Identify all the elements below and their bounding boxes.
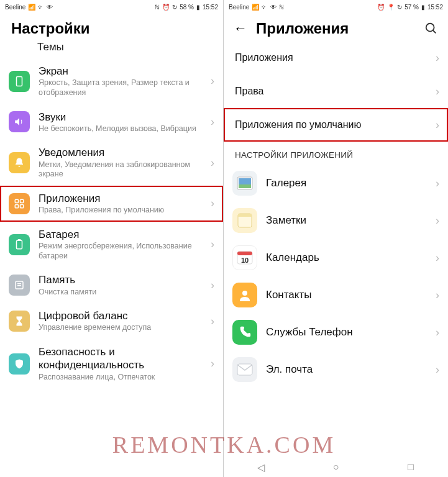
clock: 15:52: [203, 4, 218, 11]
row-title: Приложения: [39, 192, 207, 205]
phone-apps: Beeline 📶 ᯤ 👁 ℕ ⏰ 📍 ↻ 57 % ▮ 15:52 ← При…: [224, 0, 448, 477]
row-sounds[interactable]: Звуки Не беспокоить, Мелодия вызова, Виб…: [0, 104, 223, 140]
svg-rect-18: [237, 252, 252, 255]
battery-icon: ▮: [421, 4, 425, 11]
settings-header: Настройки: [0, 14, 223, 41]
row-themes-partial[interactable]: Темы: [0, 41, 223, 58]
row-title: Службы Телефон: [266, 325, 432, 338]
chevron-right-icon: ›: [436, 289, 439, 302]
svg-rect-4: [21, 204, 24, 207]
row-title: Заметки: [266, 214, 432, 227]
row-gallery[interactable]: Галерея ›: [224, 165, 448, 202]
signal-icon: 📶: [28, 4, 35, 11]
row-permissions[interactable]: Права ›: [224, 75, 448, 108]
page-title: Приложения: [256, 20, 349, 37]
mail-icon: [232, 357, 257, 382]
chevron-right-icon: ›: [436, 119, 439, 132]
row-title: Контакты: [266, 288, 432, 301]
row-sub: Распознавание лица, Отпечаток: [39, 373, 207, 383]
carrier: Beeline: [229, 4, 249, 11]
row-security[interactable]: Безопасность и конфиденциальность Распоз…: [0, 339, 223, 388]
row-calendar[interactable]: 10 Календарь ›: [224, 239, 448, 276]
row-sub: Яркость, Защита зрения, Размер текста и …: [39, 78, 207, 98]
row-contacts[interactable]: Контакты ›: [224, 276, 448, 314]
chevron-right-icon: ›: [211, 75, 214, 88]
row-battery[interactable]: Батарея Режим энергосбережения, Использо…: [0, 222, 223, 268]
row-title: Батарея: [39, 228, 207, 241]
row-title: Галерея: [266, 176, 432, 189]
signal-icon: 📶: [252, 4, 259, 11]
battery-pct: 57 %: [405, 4, 419, 11]
gallery-icon: [232, 171, 257, 196]
row-default-apps[interactable]: Приложения по умолчанию ›: [224, 108, 448, 142]
row-title: Эл. почта: [266, 363, 432, 376]
row-title: Уведомления: [39, 146, 207, 159]
sync-icon: ↻: [172, 4, 177, 11]
svg-line-11: [433, 30, 436, 34]
nav-recent[interactable]: □: [405, 461, 417, 473]
svg-point-20: [242, 291, 247, 296]
apps-icon: [9, 193, 30, 214]
page-title: Настройки: [11, 20, 90, 37]
svg-rect-0: [17, 76, 22, 86]
row-title: Экран: [39, 65, 207, 78]
storage-icon: [9, 275, 30, 296]
chevron-right-icon: ›: [211, 315, 214, 328]
chevron-right-icon: ›: [211, 357, 214, 370]
chevron-right-icon: ›: [211, 238, 214, 251]
chevron-right-icon: ›: [436, 177, 439, 190]
nav-bar: ◁ ○ □: [224, 457, 448, 477]
carrier: Beeline: [5, 4, 25, 11]
chevron-right-icon: ›: [436, 52, 439, 65]
chevron-right-icon: ›: [436, 252, 439, 265]
hourglass-icon: [9, 311, 30, 332]
search-button[interactable]: [424, 22, 438, 35]
battery-icon: ▮: [196, 4, 200, 11]
row-digital-balance[interactable]: Цифровой баланс Управление временем дост…: [0, 303, 223, 339]
row-apps[interactable]: Приложения Права, Приложения по умолчани…: [0, 186, 223, 222]
svg-rect-16: [238, 214, 252, 217]
chevron-right-icon: ›: [436, 214, 439, 227]
nav-back[interactable]: ◁: [255, 461, 267, 473]
phone-settings: Beeline 📶 ᯤ 👁 ℕ ⏰ ↻ 58 % ▮ 15:52 Настрой…: [0, 0, 224, 477]
row-title: Календарь: [266, 251, 432, 264]
battery-icon: [9, 234, 30, 255]
nfc-icon: ℕ: [279, 4, 284, 11]
row-title: Права: [235, 85, 432, 98]
chevron-right-icon: ›: [211, 197, 214, 210]
row-display[interactable]: Экран Яркость, Защита зрения, Размер тек…: [0, 58, 223, 104]
row-sub: Управление временем доступа: [39, 323, 207, 333]
nav-home[interactable]: ○: [329, 461, 342, 473]
wifi-icon: ᯤ: [262, 4, 268, 11]
row-title: Звуки: [39, 111, 207, 124]
alarm-icon: ⏰: [162, 4, 170, 11]
svg-rect-14: [239, 184, 251, 188]
notes-icon: [232, 208, 257, 233]
row-notifications[interactable]: Уведомления Метки, Уведомления на заблок…: [0, 140, 223, 186]
row-sub: Метки, Уведомления на заблокированном эк…: [39, 160, 207, 179]
chevron-right-icon: ›: [436, 326, 439, 339]
row-storage[interactable]: Память Очистка памяти ›: [0, 267, 223, 303]
chevron-right-icon: ›: [436, 363, 439, 376]
chevron-right-icon: ›: [211, 157, 214, 170]
eye-icon: 👁: [270, 4, 277, 11]
svg-rect-21: [237, 364, 252, 375]
status-bar: Beeline 📶 ᯤ 👁 ℕ ⏰ ↻ 58 % ▮ 15:52: [0, 0, 223, 14]
row-sub: Режим энергосбережения, Использование ба…: [39, 242, 207, 261]
chevron-right-icon: ›: [211, 116, 214, 129]
row-email[interactable]: Эл. почта ›: [224, 351, 448, 388]
svg-rect-5: [17, 240, 22, 249]
row-title: Цифровой баланс: [39, 309, 207, 322]
row-notes[interactable]: Заметки ›: [224, 202, 448, 239]
eye-icon: 👁: [47, 4, 53, 11]
wifi-icon: ᯤ: [38, 4, 44, 11]
back-button[interactable]: ←: [234, 22, 247, 35]
battery-pct: 58 %: [180, 4, 194, 11]
sync-icon: ↻: [397, 4, 402, 11]
svg-rect-1: [15, 199, 18, 202]
contacts-icon: [232, 283, 257, 307]
row-sub: Не беспокоить, Мелодия вызова, Вибрация: [39, 124, 207, 134]
chevron-right-icon: ›: [211, 279, 214, 292]
row-phone-services[interactable]: Службы Телефон ›: [224, 314, 448, 351]
row-apps-sub[interactable]: Приложения ›: [224, 41, 448, 75]
